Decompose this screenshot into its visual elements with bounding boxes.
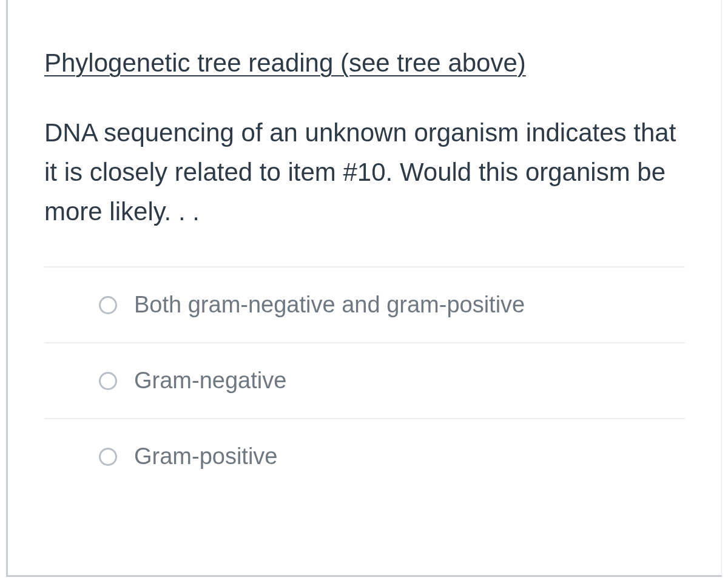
question-body: DNA sequencing of an unknown organism in… bbox=[44, 113, 685, 231]
radio-icon[interactable] bbox=[99, 296, 117, 314]
radio-icon[interactable] bbox=[99, 448, 117, 466]
radio-icon[interactable] bbox=[99, 372, 117, 390]
option-row[interactable]: Gram-positive bbox=[44, 418, 685, 494]
option-row[interactable]: Gram-negative bbox=[44, 342, 685, 418]
option-label[interactable]: Gram-negative bbox=[134, 368, 286, 394]
question-card: Phylogenetic tree reading (see tree abov… bbox=[6, 0, 722, 577]
option-label[interactable]: Both gram-negative and gram-positive bbox=[134, 292, 525, 318]
options-list: Both gram-negative and gram-positive Gra… bbox=[44, 266, 685, 494]
option-label[interactable]: Gram-positive bbox=[134, 443, 278, 470]
option-row[interactable]: Both gram-negative and gram-positive bbox=[44, 266, 685, 342]
question-heading: Phylogenetic tree reading (see tree abov… bbox=[44, 49, 685, 78]
